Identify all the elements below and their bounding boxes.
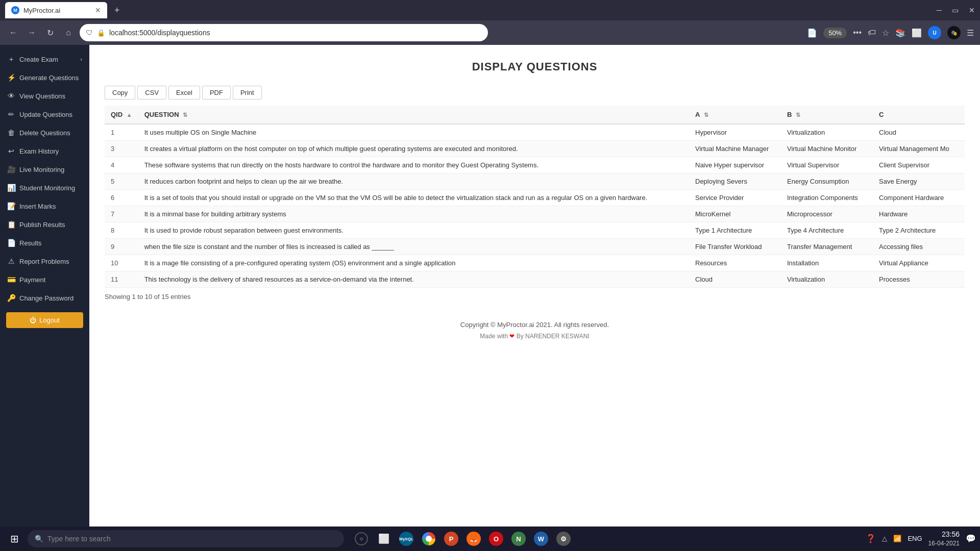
cell-answer-a: File Transfer Workload	[689, 239, 781, 255]
sidebar-item-payment[interactable]: 💳 Payment	[0, 270, 89, 289]
excel-button[interactable]: Excel	[168, 86, 200, 99]
csv-button[interactable]: CSV	[137, 86, 166, 99]
reader-icon[interactable]: 📄	[807, 28, 817, 38]
cell-answer-c: Component Hardware	[873, 190, 965, 206]
col-header-c[interactable]: C	[873, 106, 965, 124]
sidebar-label-create-exam: Create Exam	[19, 56, 58, 63]
maximize-button[interactable]: ▭	[952, 6, 959, 14]
table-row: 7It is a minmal base for building arbitr…	[105, 206, 965, 222]
clock-date: 16-04-2021	[928, 539, 960, 548]
pocket-icon[interactable]: 🏷	[868, 28, 876, 37]
help-icon[interactable]: ❓	[866, 534, 876, 543]
nav-bar: ← → ↻ ⌂ 🛡 🔒 localhost:5000/displayquesti…	[0, 20, 980, 45]
bookmark-icon[interactable]: ☆	[882, 28, 889, 38]
tab-close-button[interactable]: ✕	[95, 6, 101, 14]
sidebar-item-results[interactable]: 📄 Results	[0, 234, 89, 252]
start-button[interactable]: ⊞	[4, 529, 24, 549]
notification-icon[interactable]: 💬	[966, 534, 976, 543]
lock-icon: 🔒	[97, 29, 105, 37]
sidebar-item-view-questions[interactable]: 👁 View Questions	[0, 87, 89, 105]
menu-icon[interactable]: ☰	[967, 28, 974, 38]
cell-answer-b: Transfer Management	[781, 239, 873, 255]
cell-answer-c: Processes	[873, 271, 965, 288]
cell-answer-b: Virtual Machine Monitor	[781, 141, 873, 157]
synced-tabs-icon[interactable]: ⬜	[912, 28, 922, 38]
wifi-icon[interactable]: 📶	[893, 535, 901, 542]
browser-title-bar: M MyProctor.ai ✕ + ─ ▭ ✕	[0, 0, 980, 20]
cell-answer-b: Virtual Supervisor	[781, 157, 873, 173]
sidebar-label-delete: Delete Questions	[19, 129, 70, 137]
extension-avatar[interactable]: 🎭	[947, 26, 961, 39]
sidebar-label-marks: Insert Marks	[19, 203, 56, 210]
cell-question: It creates a virtual platform on the hos…	[138, 141, 689, 157]
reload-button[interactable]: ↻	[43, 26, 57, 40]
sidebar-item-update-questions[interactable]: ✏ Update Questions	[0, 105, 89, 123]
cell-qid: 5	[105, 173, 138, 190]
user-avatar[interactable]: U	[928, 26, 941, 39]
up-arrow-icon[interactable]: △	[882, 535, 887, 542]
minimize-button[interactable]: ─	[937, 6, 942, 14]
new-tab-button[interactable]: +	[111, 5, 123, 16]
taskbar-search[interactable]: 🔍 Type here to search	[28, 530, 344, 547]
cell-answer-a: Resources	[689, 255, 781, 271]
sidebar-item-create-exam[interactable]: + Create Exam ›	[0, 50, 89, 68]
cell-question: This technology is the delivery of share…	[138, 271, 689, 288]
forward-button[interactable]: →	[24, 26, 39, 40]
sidebar-label-generate: Generate Questions	[19, 74, 79, 82]
pdf-button[interactable]: PDF	[202, 86, 231, 99]
cell-answer-b: Virtualization	[781, 271, 873, 288]
table-header-row: QID ▲ QUESTION ⇅ A ⇅ B ⇅ C	[105, 106, 965, 124]
browser-tab[interactable]: M MyProctor.ai ✕	[5, 2, 107, 18]
taskbar-app-firefox[interactable]: 🦊	[463, 529, 484, 549]
cell-question: It is a minmal base for building arbitra…	[138, 206, 689, 222]
sidebar-item-change-password[interactable]: 🔑 Change Password	[0, 289, 89, 307]
more-icon[interactable]: •••	[853, 28, 862, 37]
sidebar-item-student-monitoring[interactable]: 📊 Student Monitoring	[0, 179, 89, 197]
print-button[interactable]: Print	[233, 86, 262, 99]
sidebar-item-exam-history[interactable]: ↩ Exam History	[0, 142, 89, 160]
payment-icon: 💳	[7, 276, 15, 284]
sidebar-item-insert-marks[interactable]: 📝 Insert Marks	[0, 197, 89, 215]
cell-answer-a: Naive Hyper supervisor	[689, 157, 781, 173]
table-row: 8It is used to provide robust separation…	[105, 222, 965, 239]
taskbar-app-word[interactable]: W	[531, 529, 551, 549]
cell-qid: 10	[105, 255, 138, 271]
sidebar-label-password: Change Password	[19, 294, 74, 302]
sidebar-item-live-monitoring[interactable]: 🎥 Live Monitoring	[0, 160, 89, 179]
taskbar-app-powerpoint[interactable]: P	[441, 529, 461, 549]
cell-answer-c: Virtual Appliance	[873, 255, 965, 271]
taskbar-app-cortana[interactable]: ○	[351, 529, 372, 549]
cell-answer-b: Integration Components	[781, 190, 873, 206]
col-header-qid[interactable]: QID ▲	[105, 106, 138, 124]
table-row: 1It uses multiple OS on Single MachineHy…	[105, 124, 965, 141]
back-button[interactable]: ←	[6, 26, 20, 40]
taskbar-app-chrome[interactable]	[419, 529, 439, 549]
col-header-question[interactable]: QUESTION ⇅	[138, 106, 689, 124]
zoom-level[interactable]: 50%	[823, 28, 847, 38]
cell-answer-a: Virtual Machine Manager	[689, 141, 781, 157]
logout-button[interactable]: ⏻ Logout	[6, 312, 83, 328]
sidebar-label-student: Student Monitoring	[19, 184, 75, 192]
logout-label: Logout	[39, 316, 60, 324]
home-button[interactable]: ⌂	[61, 26, 76, 40]
taskbar-app-notepad[interactable]: N	[508, 529, 529, 549]
taskbar-app-mysql[interactable]: MySQL	[396, 529, 416, 549]
close-button[interactable]: ✕	[969, 6, 975, 14]
sidebar-item-report-problems[interactable]: ⚠ Report Problems	[0, 252, 89, 270]
sidebar-item-delete-questions[interactable]: 🗑 Delete Questions	[0, 123, 89, 142]
col-header-a[interactable]: A ⇅	[689, 106, 781, 124]
sidebar-item-publish-results[interactable]: 📋 Publish Results	[0, 215, 89, 234]
cell-question: It reduces carbon footprint and helps to…	[138, 173, 689, 190]
cell-question: when the file size is constant and the n…	[138, 239, 689, 255]
cell-question: It is a set of tools that you should ins…	[138, 190, 689, 206]
taskbar-app-settings[interactable]: ⚙	[553, 529, 574, 549]
sidebar-item-generate-questions[interactable]: ⚡ Generate Questions	[0, 68, 89, 87]
library-icon[interactable]: 📚	[895, 28, 905, 38]
publish-icon: 📋	[7, 220, 15, 229]
url-bar[interactable]: 🛡 🔒 localhost:5000/displayquestions	[80, 24, 488, 41]
taskbar-app-opera[interactable]: O	[486, 529, 506, 549]
copy-button[interactable]: Copy	[105, 86, 135, 99]
col-header-b[interactable]: B ⇅	[781, 106, 873, 124]
taskbar-app-task-view[interactable]: ⬜	[374, 529, 394, 549]
live-icon: 🎥	[7, 165, 15, 173]
